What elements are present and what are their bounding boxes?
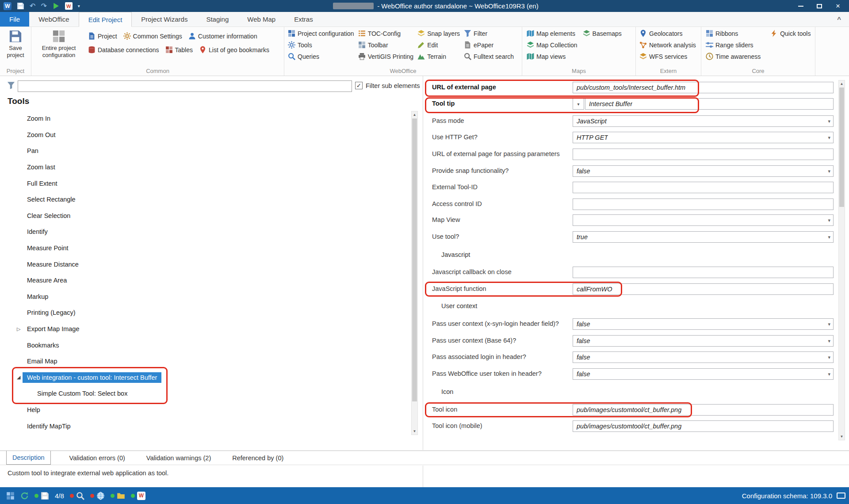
save-icon[interactable] bbox=[17, 2, 24, 10]
tree-scrollbar[interactable]: ▲ ▼ bbox=[411, 111, 418, 435]
dropdown-arrow-icon[interactable]: ▾ bbox=[828, 166, 830, 176]
ribbon-item-range-sliders[interactable]: Range sliders bbox=[706, 41, 753, 49]
input-indicator-icon[interactable] bbox=[837, 493, 845, 499]
redo-icon[interactable]: ↷ bbox=[41, 3, 46, 10]
weboffice-status[interactable]: W bbox=[131, 492, 145, 500]
tab-staging[interactable]: Staging bbox=[197, 12, 238, 27]
tool-tip-input[interactable]: Intersect Buffer bbox=[585, 98, 834, 110]
use-http-get-select[interactable]: HTTP GET▾ bbox=[573, 132, 834, 143]
ribbon-item-time-awareness[interactable]: Time awareness bbox=[706, 53, 761, 60]
ribbon-item-map-views[interactable]: Map views bbox=[527, 53, 566, 60]
ribbon-item-geolocators[interactable]: Geolocators bbox=[639, 30, 696, 37]
tab-validation-errors[interactable]: Validation errors (0) bbox=[67, 451, 128, 465]
ribbon-item-common-settings[interactable]: Common Settings bbox=[123, 32, 182, 40]
ribbon-item-project[interactable]: Project bbox=[88, 32, 117, 40]
dropdown-arrow-icon[interactable]: ▾ bbox=[828, 369, 830, 379]
provide-snap-functionality-select[interactable]: false▾ bbox=[573, 165, 834, 177]
ribbon-item-queries[interactable]: Queries bbox=[288, 53, 319, 60]
tree-item-zoom-last[interactable]: Zoom last bbox=[0, 159, 410, 176]
tab-web-map[interactable]: Web Map bbox=[238, 12, 285, 27]
access-control-id-input[interactable] bbox=[573, 199, 834, 210]
javascript-callback-on-close-input[interactable] bbox=[573, 267, 834, 278]
pass-user-context-base64-select[interactable]: false▾ bbox=[573, 335, 834, 347]
ribbon-item-toc-config[interactable]: TOC-Config bbox=[358, 30, 401, 37]
scrollbar-thumb[interactable] bbox=[412, 118, 417, 401]
ribbon-item-wfs-services[interactable]: WFS services bbox=[639, 53, 696, 60]
tree-item-identify[interactable]: Identify bbox=[0, 224, 410, 240]
tree-item-zoom-in[interactable]: Zoom In bbox=[0, 111, 410, 127]
tree-item-printing-legacy[interactable]: Printing (Legacy) bbox=[0, 305, 410, 321]
tree-item-zoom-out[interactable]: Zoom Out bbox=[0, 127, 410, 143]
window-grid-icon[interactable] bbox=[6, 492, 15, 500]
globe-status[interactable] bbox=[90, 492, 105, 500]
tab-referenced-by[interactable]: Referenced by (0) bbox=[229, 451, 286, 465]
dropdown-arrow-icon[interactable]: ▾ bbox=[828, 319, 830, 329]
tree-item-measure-distance[interactable]: Measure Distance bbox=[0, 256, 410, 272]
ribbon-item-ribbons[interactable]: Ribbons bbox=[706, 30, 738, 37]
tree-item-identify-maptip[interactable]: Identify MapTip bbox=[0, 418, 410, 434]
save-status[interactable] bbox=[34, 492, 49, 500]
collapse-ribbon-icon[interactable]: ^ bbox=[837, 12, 849, 27]
ribbon-item-epaper[interactable]: ePaper bbox=[464, 41, 493, 49]
expander-expanded-icon[interactable]: ◢ bbox=[17, 374, 20, 380]
tab-weboffice[interactable]: WebOffice bbox=[29, 12, 78, 27]
external-tool-id-input[interactable] bbox=[573, 182, 834, 193]
pass-user-context-xsyn-select[interactable]: false▾ bbox=[573, 318, 834, 330]
url-for-passing-parameters-input[interactable] bbox=[573, 149, 834, 160]
ribbon-item-map-elements[interactable]: Map elements bbox=[527, 30, 575, 37]
tab-description[interactable]: Description bbox=[6, 451, 51, 465]
ribbon-item-list-of-geo-bookmarks[interactable]: List of geo bookmarks bbox=[199, 46, 269, 53]
filter-sub-elements-checkbox[interactable]: ✓ bbox=[355, 82, 363, 89]
ribbon-item-edit[interactable]: Edit bbox=[417, 41, 438, 49]
ribbon-item-filter[interactable]: Filter bbox=[464, 30, 487, 37]
pass-weboffice-user-token-select[interactable]: false▾ bbox=[573, 368, 834, 380]
scrollbar-thumb[interactable] bbox=[839, 88, 844, 207]
ribbon-item-tools[interactable]: Tools bbox=[288, 41, 312, 49]
url-of-external-page-input[interactable]: pub/custom_tools/Intersect_buffer.htm bbox=[573, 82, 834, 93]
ribbon-item-project-configuration[interactable]: Project configuration bbox=[288, 30, 354, 37]
tree-item-clear-selection[interactable]: Clear Selection bbox=[0, 208, 410, 224]
tab-file[interactable]: File bbox=[0, 12, 29, 27]
search-status[interactable] bbox=[70, 492, 84, 500]
tree-item-email-map[interactable]: Email Map bbox=[0, 353, 410, 370]
tree-item-export-map-image[interactable]: ▷Export Map Image bbox=[0, 321, 410, 337]
expander-collapsed-icon[interactable]: ▷ bbox=[17, 326, 20, 332]
dropdown-arrow-icon[interactable]: ▾ bbox=[828, 215, 830, 225]
tree-item-markup[interactable]: Markup bbox=[0, 289, 410, 305]
pass-associated-login-select[interactable]: false▾ bbox=[573, 351, 834, 363]
tool-tip-dropdown-button[interactable]: ▾ bbox=[573, 98, 584, 110]
sync-icon[interactable] bbox=[20, 492, 29, 500]
scroll-down-icon[interactable]: ▼ bbox=[412, 428, 417, 435]
tab-edit-project[interactable]: Edit Project bbox=[79, 12, 132, 27]
scroll-down-icon[interactable]: ▼ bbox=[839, 433, 845, 440]
ribbon-item-snap-layers[interactable]: Snap layers bbox=[417, 30, 460, 37]
dropdown-arrow-icon[interactable]: ▾ bbox=[828, 116, 830, 126]
ribbon-item-basemaps[interactable]: Basemaps bbox=[583, 30, 622, 37]
tree-item-measure-point[interactable]: Measure Point bbox=[0, 240, 410, 256]
javascript-function-input[interactable]: callFromWO bbox=[573, 283, 834, 295]
tree-item-measure-area[interactable]: Measure Area bbox=[0, 272, 410, 289]
dropdown-arrow-icon[interactable]: ▾ bbox=[828, 352, 830, 363]
map-view-select[interactable]: ▾ bbox=[573, 214, 834, 226]
pass-mode-select[interactable]: JavaScript▾ bbox=[573, 115, 834, 127]
ribbon-item-terrain[interactable]: Terrain bbox=[417, 53, 446, 60]
tree-item-web-integration-custom-tool[interactable]: ◢Web integration - custom tool: Intersec… bbox=[0, 370, 410, 386]
folder-status[interactable] bbox=[111, 492, 125, 500]
close-button[interactable]: × bbox=[829, 0, 847, 12]
dropdown-arrow-icon[interactable]: ▾ bbox=[828, 132, 830, 143]
tab-project-wizards[interactable]: Project Wizards bbox=[132, 12, 197, 27]
tree-item-simple-custom-tool[interactable]: Simple Custom Tool: Select box bbox=[0, 386, 410, 402]
use-tool-select[interactable]: true▾ bbox=[573, 231, 834, 243]
tool-icon-input[interactable]: pub/images/customtool/ct_buffer.png bbox=[573, 404, 834, 416]
ribbon-item-vertigis-printing[interactable]: VertiGIS Printing bbox=[358, 53, 414, 60]
tree-item-help[interactable]: Help bbox=[0, 402, 410, 418]
ribbon-item-quick-tools[interactable]: Quick tools bbox=[770, 30, 811, 37]
panel-divider[interactable] bbox=[423, 76, 423, 450]
tool-icon-mobile-input[interactable]: pub/images/customtool/ct_buffer.png bbox=[573, 420, 834, 432]
tree-item-pan[interactable]: Pan bbox=[0, 143, 410, 159]
ribbon-item-tables[interactable]: Tables bbox=[165, 46, 193, 53]
ribbon-item-map-collection[interactable]: Map Collection bbox=[527, 41, 577, 49]
ribbon-item-fulltext-search[interactable]: Fulltext search bbox=[464, 53, 514, 60]
entire-project-configuration-button[interactable]: Entire project configuration bbox=[34, 30, 84, 59]
tab-validation-warnings[interactable]: Validation warnings (2) bbox=[144, 451, 214, 465]
